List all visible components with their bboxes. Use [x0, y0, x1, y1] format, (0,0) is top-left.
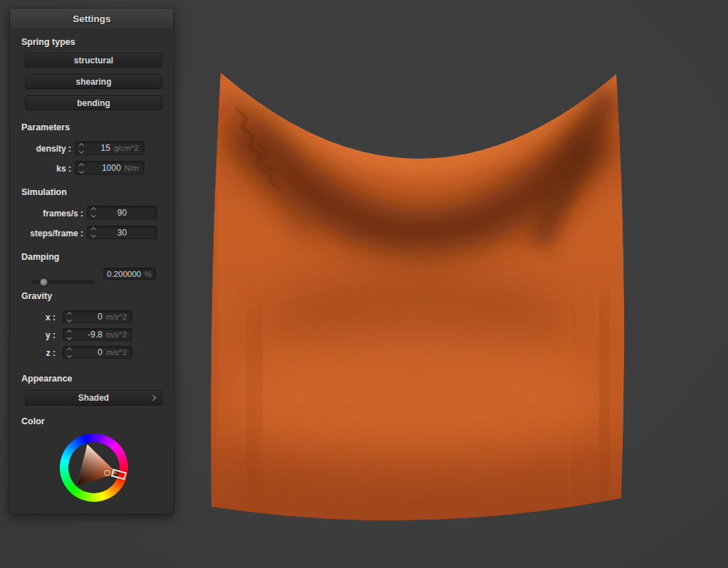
window-title[interactable]: Settings [10, 9, 174, 30]
ks-field[interactable]: 1000 N/m [75, 161, 144, 175]
gravity-y-value[interactable]: -9.8 [73, 330, 102, 340]
chevron-up-icon[interactable] [79, 162, 84, 167]
steps-per-frame-field[interactable]: 30 [87, 226, 157, 239]
gravity-x-field[interactable]: 0 m/s^2 [63, 310, 132, 323]
steps-per-frame-stepper[interactable] [88, 228, 97, 237]
damping-slider-handle[interactable] [40, 278, 48, 286]
structural-button[interactable]: structural [25, 53, 162, 68]
frames-per-s-stepper[interactable] [88, 208, 97, 217]
gravity-x-unit: m/s^2 [102, 312, 132, 321]
density-unit: g/cm^2 [110, 144, 144, 152]
gravity-y-label: y : [10, 330, 56, 340]
chevron-up-icon[interactable] [79, 142, 84, 147]
gravity-y-unit: m/s^2 [102, 330, 132, 339]
steps-per-frame-value[interactable]: 30 [97, 228, 157, 238]
saturation-marker[interactable] [104, 470, 110, 476]
chevron-down-icon[interactable] [91, 233, 96, 238]
chevron-up-icon[interactable] [91, 207, 96, 212]
appearance-combobox[interactable]: Shaded [25, 390, 162, 406]
frames-per-s-value[interactable]: 90 [97, 208, 157, 218]
density-label: density : [10, 144, 71, 154]
chevron-down-icon[interactable] [91, 213, 96, 218]
gravity-z-stepper[interactable] [63, 348, 73, 357]
density-stepper[interactable] [75, 144, 85, 153]
gravity-y-field[interactable]: -9.8 m/s^2 [63, 328, 132, 341]
appearance-selected: Shaded [78, 393, 109, 403]
chevron-down-icon[interactable] [67, 317, 72, 322]
chevron-up-icon[interactable] [67, 311, 72, 316]
chevron-up-icon[interactable] [91, 227, 96, 232]
gravity-z-value[interactable]: 0 [73, 347, 102, 357]
chevron-down-icon[interactable] [79, 168, 84, 173]
gravity-y-stepper[interactable] [63, 330, 73, 340]
damping-label: Damping [21, 252, 59, 262]
frames-per-s-label: frames/s : [10, 209, 83, 219]
damping-field[interactable]: 0.200000 % [103, 268, 156, 280]
gravity-z-field[interactable]: 0 m/s^2 [63, 346, 132, 359]
gravity-z-unit: m/s^2 [102, 348, 132, 357]
bending-button[interactable]: bending [25, 95, 162, 110]
ks-stepper[interactable] [75, 164, 85, 173]
ks-unit: N/m [121, 164, 144, 172]
simulation-label: Simulation [21, 187, 67, 197]
gravity-x-label: x : [10, 312, 56, 322]
gravity-z-label: z : [10, 348, 56, 358]
saturation-value-triangle[interactable] [60, 433, 128, 502]
chevron-down-icon[interactable] [67, 352, 72, 357]
gravity-x-stepper[interactable] [63, 312, 73, 322]
color-wheel[interactable] [60, 433, 128, 502]
chevron-up-icon[interactable] [67, 329, 72, 334]
density-field[interactable]: 15 g/cm^2 [75, 141, 144, 155]
density-value[interactable]: 15 [85, 143, 110, 153]
chevron-up-icon[interactable] [67, 347, 72, 352]
shearing-button[interactable]: shearing [25, 74, 162, 89]
frames-per-s-field[interactable]: 90 [87, 206, 157, 219]
chevron-down-icon[interactable] [67, 335, 72, 340]
spring-types-label: Spring types [21, 37, 75, 47]
damping-value[interactable]: 0.200000 [104, 270, 141, 278]
damping-unit: % [141, 270, 155, 278]
steps-per-frame-label: steps/frame : [10, 228, 83, 238]
ks-value[interactable]: 1000 [85, 163, 121, 173]
parameters-label: Parameters [21, 122, 70, 132]
gravity-x-value[interactable]: 0 [73, 312, 102, 322]
ks-label: ks : [10, 164, 71, 174]
chevron-down-icon[interactable] [79, 148, 84, 153]
settings-window: Settings Spring types structural shearin… [10, 9, 174, 514]
appearance-label: Appearance [21, 374, 73, 384]
chevron-right-icon [150, 395, 156, 401]
gravity-label: Gravity [21, 291, 52, 301]
color-label: Color [21, 416, 45, 426]
